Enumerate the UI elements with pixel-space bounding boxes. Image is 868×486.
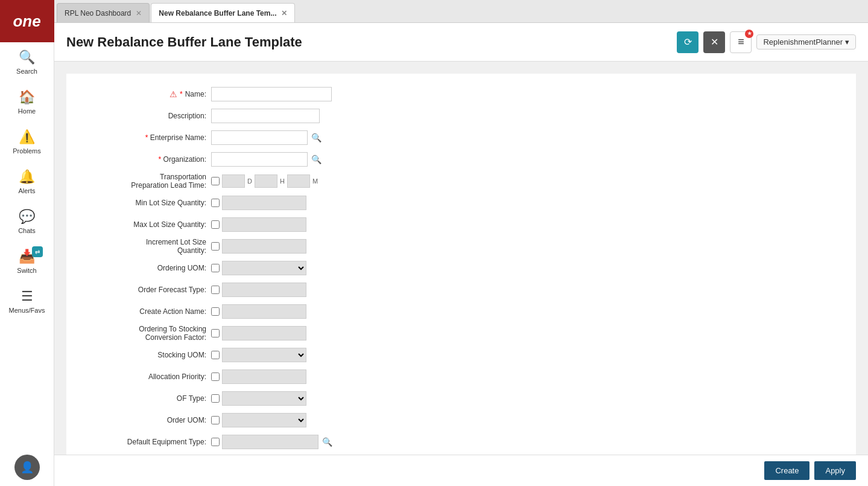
ordering-uom-checkbox[interactable] <box>211 264 220 272</box>
time-days-input[interactable] <box>222 174 245 188</box>
form-row-of-type: OF Type: <box>90 390 832 407</box>
bell-icon: 🔔 <box>19 169 35 185</box>
search-icon: 🔍 <box>19 50 35 65</box>
sidebar-item-search[interactable]: 🔍 Search <box>0 42 54 82</box>
notification-badge: ★ <box>745 30 753 38</box>
sidebar-bottom: 👤 <box>0 455 54 486</box>
control-transport-lead-time: D H M <box>211 174 319 188</box>
action-name-checkbox[interactable] <box>211 307 220 316</box>
time-m-label: M <box>311 177 319 185</box>
time-minutes-input[interactable] <box>287 174 310 188</box>
enterprise-name-input[interactable] <box>211 130 308 145</box>
create-button[interactable]: Create <box>764 461 809 480</box>
min-lot-checkbox[interactable] <box>211 199 220 207</box>
form-row-order-forecast: Order Forecast Type: <box>90 281 832 298</box>
organization-search-button[interactable]: 🔍 <box>310 155 323 164</box>
refresh-button[interactable]: ⟳ <box>677 31 699 53</box>
label-of-type: OF Type: <box>90 394 211 403</box>
form-row-increment-lot: Increment Lot SizeQuantity: <box>90 238 832 255</box>
form-row-enterprise: * Enterprise Name: 🔍 <box>90 129 832 146</box>
close-icon: ✕ <box>711 36 718 48</box>
form-row-organization: * Organization: 🔍 <box>90 151 832 168</box>
label-max-lot: Max Lot Size Quantity: <box>90 220 211 229</box>
order-uom-checkbox[interactable] <box>211 416 220 424</box>
stocking-factor-input[interactable] <box>222 326 306 341</box>
tab-rpl-close[interactable]: ✕ <box>136 10 142 17</box>
time-hours-input[interactable] <box>255 174 277 188</box>
label-stocking-uom: Stocking UOM: <box>90 351 211 359</box>
menu-button[interactable]: ≡ ★ <box>730 31 752 53</box>
cancel-button[interactable]: ✕ <box>703 31 725 53</box>
time-h-label: H <box>279 177 286 185</box>
user-dropdown[interactable]: ReplenishmentPlanner ▾ <box>756 34 856 50</box>
action-name-input[interactable] <box>222 304 306 319</box>
footer-bar: Create Apply <box>54 455 868 486</box>
min-lot-input[interactable] <box>222 196 306 210</box>
max-lot-input[interactable] <box>222 217 306 232</box>
tab-rpl-dashboard[interactable]: RPL Neo Dashboard ✕ <box>57 3 150 22</box>
transport-lead-time-checkbox[interactable] <box>211 177 220 185</box>
control-order-forecast <box>211 283 306 297</box>
tab-new-rebalance-label: New Rebalance Buffer Lane Tem... <box>159 9 276 18</box>
control-organization: 🔍 <box>211 152 323 167</box>
ordering-uom-select[interactable] <box>222 261 306 275</box>
sidebar-label-alerts: Alerts <box>18 187 35 194</box>
of-type-select[interactable] <box>222 391 306 406</box>
form-row-allocation: Allocation Priority: <box>90 368 832 385</box>
of-type-checkbox[interactable] <box>211 394 220 403</box>
search-icon: 🔍 <box>311 155 322 164</box>
allocation-checkbox[interactable] <box>211 372 220 381</box>
enterprise-search-button[interactable]: 🔍 <box>310 133 323 142</box>
equipment-type-checkbox[interactable] <box>211 438 220 446</box>
control-stocking-uom <box>211 348 306 362</box>
tab-rpl-label: RPL Neo Dashboard <box>65 9 131 18</box>
equipment-type-input[interactable] <box>222 435 318 449</box>
tab-new-rebalance[interactable]: New Rebalance Buffer Lane Tem... ✕ <box>151 3 295 22</box>
tab-bar: RPL Neo Dashboard ✕ New Rebalance Buffer… <box>54 0 868 23</box>
sidebar-item-home[interactable]: 🏠 Home <box>0 82 54 122</box>
sidebar-item-switch[interactable]: ⇄ 📥 Switch <box>0 241 54 281</box>
label-organization: * Organization: <box>90 155 211 164</box>
allocation-input[interactable] <box>222 369 306 384</box>
page-title: New Rebalance Buffer Lane Template <box>66 34 677 50</box>
sidebar-item-chats[interactable]: 💬 Chats <box>0 202 54 241</box>
time-d-label: D <box>246 177 253 185</box>
stocking-uom-select[interactable] <box>222 348 306 362</box>
sidebar-item-problems[interactable]: ⚠️ Problems <box>0 122 54 162</box>
app-logo[interactable]: one <box>0 0 54 42</box>
order-forecast-checkbox[interactable] <box>211 286 220 294</box>
chat-icon: 💬 <box>19 209 35 225</box>
avatar[interactable]: 👤 <box>14 455 40 480</box>
control-description <box>211 109 320 123</box>
label-allocation: Allocation Priority: <box>90 372 211 381</box>
control-stocking-factor <box>211 326 306 341</box>
apply-button[interactable]: Apply <box>814 461 856 480</box>
form-row-action-name: Create Action Name: <box>90 303 832 320</box>
sidebar-label-home: Home <box>18 107 36 115</box>
form-row-order-uom: Order UOM: <box>90 412 832 429</box>
order-uom-select[interactable] <box>222 413 306 427</box>
increment-lot-input[interactable] <box>222 239 306 254</box>
description-input[interactable] <box>211 109 320 123</box>
sidebar-item-menus[interactable]: ☰ Menus/Favs <box>0 281 54 321</box>
stocking-factor-checkbox[interactable] <box>211 329 220 337</box>
tab-new-rebalance-close[interactable]: ✕ <box>281 10 287 17</box>
control-order-uom <box>211 413 306 427</box>
switch-badge: ⇄ <box>32 246 43 257</box>
header-actions: ⟳ ✕ ≡ ★ ReplenishmentPlanner ▾ <box>677 31 856 53</box>
control-equipment-type: 🔍 <box>211 435 334 449</box>
name-warning-icon: ⚠ <box>169 89 177 99</box>
max-lot-checkbox[interactable] <box>211 220 220 229</box>
sidebar-item-alerts[interactable]: 🔔 Alerts <box>0 162 54 202</box>
menu-icon: ☰ <box>21 289 33 304</box>
label-enterprise: * Enterprise Name: <box>90 133 211 142</box>
organization-input[interactable] <box>211 152 308 167</box>
increment-lot-checkbox[interactable] <box>211 242 220 251</box>
equipment-type-search-button[interactable]: 🔍 <box>321 437 334 447</box>
form-row-min-lot: Min Lot Size Quantity: <box>90 194 832 211</box>
order-forecast-input[interactable] <box>222 283 306 297</box>
form-row-transport-lead-time: TransportationPreparation Lead Time: D H… <box>90 173 832 190</box>
name-input[interactable] <box>211 87 332 101</box>
form-row-stocking-uom: Stocking UOM: <box>90 347 832 363</box>
stocking-uom-checkbox[interactable] <box>211 351 220 359</box>
